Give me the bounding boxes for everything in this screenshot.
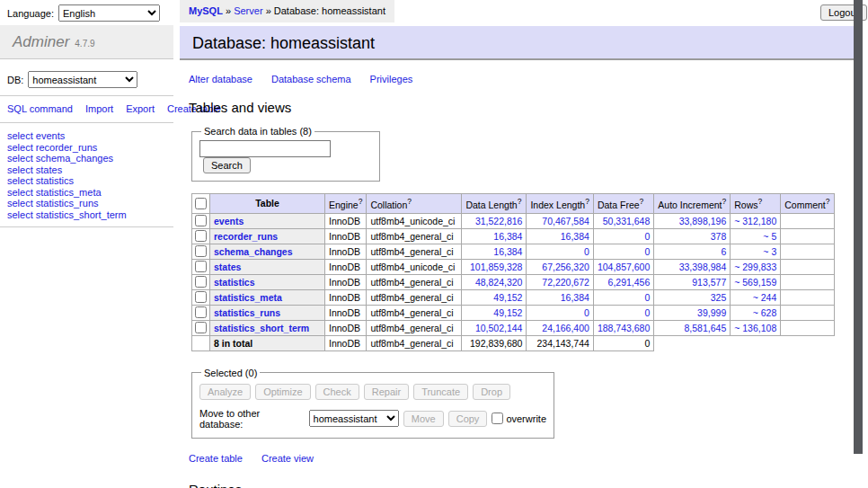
help-icon[interactable]: ? [407, 197, 412, 206]
help-icon[interactable]: ? [585, 197, 589, 206]
auto-increment-link[interactable]: 39,999 [697, 307, 726, 318]
move-db-select[interactable]: homeassistant [309, 410, 399, 427]
table-name-link-statistics-runs[interactable]: statistics_runs [214, 307, 280, 318]
data-length-link[interactable]: 31,522,816 [475, 216, 523, 226]
row-checkbox[interactable] [195, 276, 207, 288]
index-length-link[interactable]: 70,467,584 [542, 216, 589, 226]
help-icon[interactable]: ? [640, 197, 644, 206]
analyze-button[interactable]: Analyze [199, 384, 251, 400]
data-length-link[interactable]: 10,502,144 [475, 323, 523, 333]
rows-link[interactable]: ~ 3 [763, 246, 776, 257]
table-link-statistics-meta[interactable]: statistics_meta [36, 187, 102, 198]
table-name-link-schema-changes[interactable]: schema_changes [214, 246, 293, 257]
table-link-statistics[interactable]: statistics [36, 175, 74, 186]
table-link-schema-changes[interactable]: schema_changes [36, 153, 113, 164]
auto-increment-link[interactable]: 913,577 [692, 277, 726, 288]
data-free-link[interactable]: 188,743,680 [598, 323, 650, 333]
data-free-link[interactable]: 104,857,600 [598, 262, 650, 272]
sidebar-action-export[interactable]: Export [126, 103, 155, 114]
vertical-scrollbar[interactable] [854, 0, 863, 454]
db-select[interactable]: homeassistant [28, 71, 137, 88]
table-link-statistics-runs[interactable]: statistics_runs [36, 198, 99, 209]
create-view-link[interactable]: Create view [261, 453, 314, 464]
row-checkbox[interactable] [195, 245, 207, 257]
table-name-link-events[interactable]: events [214, 216, 244, 226]
table-name-link-states[interactable]: states [214, 262, 241, 272]
search-button[interactable]: Search [203, 157, 251, 173]
data-length-link[interactable]: 48,824,320 [475, 277, 523, 288]
repair-button[interactable]: Repair [364, 384, 409, 400]
adminer-logo[interactable]: Adminer [13, 33, 69, 51]
breadcrumb-mysql-link[interactable]: MySQL [189, 5, 223, 16]
sidebar-action-import[interactable]: Import [85, 103, 113, 114]
table-name-link-recorder-runs[interactable]: recorder_runs [214, 231, 278, 242]
select-link-recorder-runs[interactable]: select [7, 142, 33, 153]
data-free-link[interactable]: 0 [644, 307, 650, 318]
breadcrumb-server-link[interactable]: Server [234, 5, 262, 16]
help-icon[interactable]: ? [359, 197, 363, 206]
move-button[interactable]: Move [403, 411, 444, 427]
index-length-link[interactable]: 72,220,672 [542, 277, 589, 288]
select-link-schema-changes[interactable]: select [7, 153, 33, 164]
data-length-link[interactable]: 49,152 [493, 307, 522, 318]
index-length-link[interactable]: 16,384 [561, 231, 589, 242]
row-checkbox[interactable] [195, 306, 207, 318]
select-all-checkbox[interactable] [195, 198, 207, 209]
data-free-link[interactable]: 6,291,456 [608, 277, 651, 288]
data-length-link[interactable]: 16,384 [493, 231, 522, 242]
index-length-link[interactable]: 24,166,400 [542, 323, 589, 333]
database-schema-link[interactable]: Database schema [271, 74, 351, 84]
rows-link[interactable]: ~ 136,108 [734, 323, 776, 333]
select-link-events[interactable]: select [7, 130, 33, 141]
rows-link[interactable]: ~ 312,180 [734, 216, 776, 226]
select-link-statistics-meta[interactable]: select [7, 187, 33, 198]
table-name-link-statistics-short-term[interactable]: statistics_short_term [214, 323, 309, 333]
table-link-states[interactable]: states [36, 164, 62, 175]
rows-link[interactable]: ~ 569,159 [734, 277, 776, 288]
table-link-events[interactable]: events [36, 130, 65, 141]
rows-link[interactable]: ~ 299,833 [734, 262, 776, 272]
select-link-statistics-runs[interactable]: select [7, 198, 33, 209]
check-button[interactable]: Check [315, 384, 359, 400]
index-length-link[interactable]: 16,384 [561, 292, 589, 303]
rows-link[interactable]: ~ 244 [753, 292, 777, 303]
table-link-recorder-runs[interactable]: recorder_runs [36, 142, 97, 153]
data-free-link[interactable]: 0 [644, 231, 650, 242]
index-length-link[interactable]: 0 [584, 246, 589, 257]
auto-increment-link[interactable]: 33,898,196 [679, 216, 727, 226]
help-icon[interactable]: ? [722, 197, 727, 206]
rows-link[interactable]: ~ 628 [753, 307, 777, 318]
data-free-link[interactable]: 0 [644, 292, 650, 303]
table-name-link-statistics[interactable]: statistics [214, 277, 255, 288]
copy-button[interactable]: Copy [448, 411, 488, 427]
select-link-states[interactable]: select [7, 164, 33, 175]
alter-database-link[interactable]: Alter database [189, 74, 252, 84]
language-select[interactable]: English [58, 4, 160, 22]
help-icon[interactable]: ? [826, 197, 830, 206]
auto-increment-link[interactable]: 325 [711, 292, 727, 303]
data-length-link[interactable]: 101,859,328 [470, 262, 522, 272]
select-link-statistics-short-term[interactable]: select [7, 209, 33, 220]
data-length-link[interactable]: 49,152 [493, 292, 522, 303]
truncate-button[interactable]: Truncate [413, 384, 468, 400]
auto-increment-link[interactable]: 378 [711, 231, 727, 242]
row-checkbox[interactable] [195, 261, 207, 272]
auto-increment-link[interactable]: 8,581,645 [685, 323, 727, 333]
data-free-link[interactable]: 0 [644, 246, 650, 257]
auto-increment-link[interactable]: 6 [721, 246, 726, 257]
sidebar-action-sql-command[interactable]: SQL command [7, 103, 73, 114]
overwrite-checkbox[interactable] [492, 413, 503, 424]
help-icon[interactable]: ? [518, 197, 522, 206]
row-checkbox[interactable] [195, 215, 207, 226]
drop-button[interactable]: Drop [473, 384, 510, 400]
rows-link[interactable]: ~ 5 [763, 231, 776, 242]
table-link-statistics-short-term[interactable]: statistics_short_term [36, 209, 127, 220]
create-table-link[interactable]: Create table [189, 453, 243, 464]
privileges-link[interactable]: Privileges [370, 74, 413, 84]
help-icon[interactable]: ? [758, 197, 763, 206]
data-free-link[interactable]: 50,331,648 [603, 216, 651, 226]
index-length-link[interactable]: 0 [584, 307, 589, 318]
row-checkbox[interactable] [195, 230, 207, 242]
search-input[interactable] [199, 140, 331, 157]
optimize-button[interactable]: Optimize [255, 384, 310, 400]
